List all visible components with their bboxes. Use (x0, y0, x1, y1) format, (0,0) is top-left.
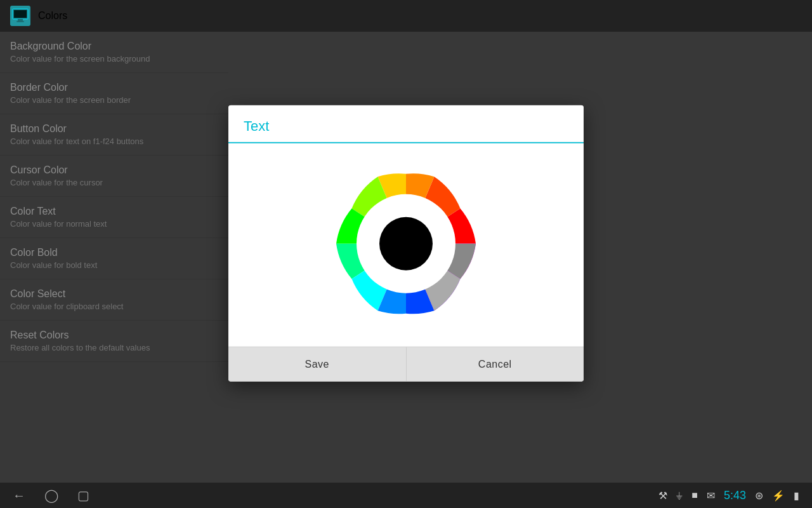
system-clock: 5:43 (724, 489, 746, 502)
email-icon: ✉ (707, 490, 715, 502)
recents-icon[interactable]: ▢ (77, 488, 89, 503)
dialog-title: Text (244, 118, 568, 142)
store-icon: ■ (691, 490, 698, 501)
app-icon (10, 6, 30, 26)
dialog-body (228, 144, 584, 347)
nav-right: ⚒ ⏚ ■ ✉ 5:43 ⊛ ⚡ ▮ (658, 489, 799, 502)
color-picker-dialog: Text (228, 105, 584, 382)
dialog-header: Text (228, 105, 584, 142)
back-icon[interactable]: ← (13, 488, 25, 503)
nav-left: ← ◯ ▢ (13, 488, 89, 503)
usb-icon: ⏚ (676, 490, 683, 501)
app-title: Colors (38, 10, 67, 22)
color-wheel-svg (330, 168, 482, 320)
dialog-buttons: Save Cancel (228, 347, 584, 382)
bottom-nav-bar: ← ◯ ▢ ⚒ ⏚ ■ ✉ 5:43 ⊛ ⚡ ▮ (0, 483, 812, 508)
cancel-button[interactable]: Cancel (407, 347, 584, 382)
svg-rect-4 (16, 21, 24, 22)
bluetooth-icon: ⚡ (772, 490, 785, 502)
wifi-icon: ⊛ (755, 490, 763, 502)
home-icon[interactable]: ◯ (44, 488, 58, 503)
top-bar: Colors (0, 0, 812, 32)
color-wheel[interactable] (330, 168, 482, 320)
battery-icon: ▮ (794, 490, 799, 502)
svg-point-7 (379, 217, 433, 271)
svg-rect-2 (14, 10, 27, 18)
android-icon: ⚒ (658, 490, 667, 502)
save-button[interactable]: Save (228, 347, 407, 382)
main-content: Background Color Color value for the scr… (0, 32, 812, 483)
svg-rect-3 (18, 19, 23, 21)
